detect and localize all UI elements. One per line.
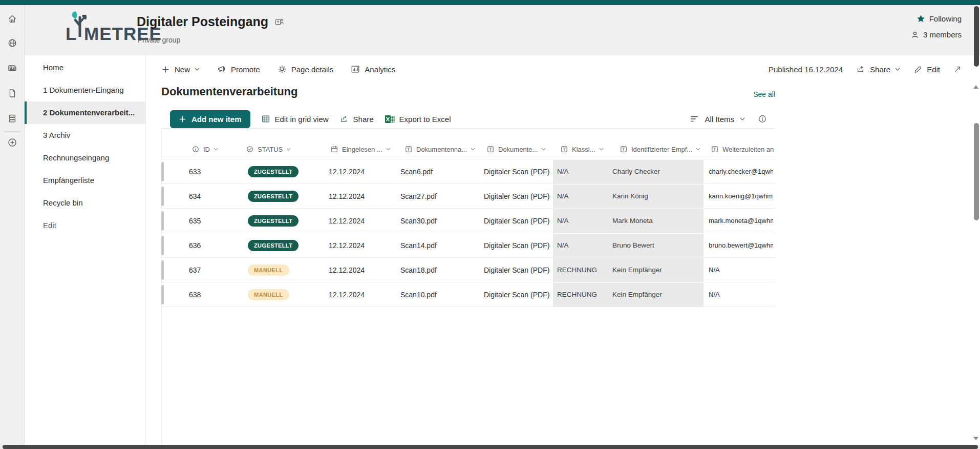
row-handle[interactable]: [161, 285, 164, 304]
cell-identifizierter-empfaenger: Kein Empfänger: [612, 283, 662, 307]
plus-icon: [179, 115, 186, 123]
table-row[interactable]: 637MANUELL12.12.2024Scan18.pdfDigitaler …: [0, 258, 980, 282]
published-status: Published 16.12.2024: [769, 65, 843, 74]
classification-block: N/ACharly Checker: [553, 160, 704, 183]
view-selector[interactable]: All Items: [690, 109, 767, 129]
new-button[interactable]: New: [161, 65, 200, 74]
column-header-id[interactable]: ID: [191, 139, 218, 159]
table-row[interactable]: 633ZUGESTELLT12.12.2024Scan6.pdfDigitale…: [0, 159, 980, 184]
list-share-label: Share: [353, 115, 374, 124]
column-label: Dokumente...: [498, 146, 538, 153]
new-label: New: [175, 65, 190, 74]
home-icon[interactable]: [7, 14, 17, 24]
cell-dokumententyp: Digitaler Scan (PDF): [484, 209, 549, 233]
cell-id: 633: [189, 159, 201, 184]
text-column-icon: [620, 145, 628, 153]
expand-icon: [953, 65, 962, 73]
row-handle[interactable]: [161, 162, 164, 181]
list-scrollbar-thumb[interactable]: [974, 123, 979, 220]
scroll-up-arrow[interactable]: [973, 85, 978, 89]
cell-identifizierter-empfaenger: Karin König: [612, 185, 648, 208]
cell-dokumentenname: Scan30.pdf: [400, 209, 437, 233]
globe-icon[interactable]: [7, 38, 17, 48]
table-row[interactable]: 634ZUGESTELLT12.12.2024Scan27.pdfDigital…: [0, 184, 980, 209]
sidebar-item-2-dokumentenverarbeit[interactable]: 2 Dokumentenverarbeit...: [25, 101, 145, 124]
status-badge: ZUGESTELLT: [248, 215, 299, 227]
chevron-down-icon: [286, 148, 291, 151]
column-header-dokumente[interactable]: Dokumente...: [486, 139, 546, 159]
column-header-status[interactable]: STATUS: [246, 139, 291, 159]
excel-icon: [385, 114, 395, 124]
lists-icon[interactable]: [7, 113, 17, 124]
status-column-icon: [246, 145, 254, 153]
cell-klassifikation: N/A: [557, 209, 569, 233]
column-label: Weiterzuleiten an: [722, 146, 774, 153]
rail-divider: [4, 131, 20, 132]
cell-id: 636: [189, 233, 201, 258]
following-button[interactable]: Following: [917, 14, 962, 23]
row-handle[interactable]: [161, 236, 164, 255]
sidebar-item-home[interactable]: Home: [25, 56, 145, 79]
cell-id: 635: [189, 209, 201, 233]
info-button[interactable]: [758, 114, 767, 124]
column-header-eingelesen[interactable]: Eingelesen ...: [330, 139, 391, 159]
cell-dokumententyp: Digitaler Scan (PDF): [484, 159, 549, 184]
horizontal-scrollbar-thumb[interactable]: [3, 445, 978, 449]
grid-icon: [261, 114, 270, 124]
column-header-dokumentenna[interactable]: Dokumentenna...: [404, 139, 475, 159]
cell-eingelesen: 12.12.2024: [329, 258, 365, 282]
star-icon: [917, 14, 925, 23]
table-row[interactable]: 638MANUELL12.12.2024Scan10.pdfDigitaler …: [0, 282, 980, 307]
row-handle[interactable]: [161, 187, 164, 206]
table-row[interactable]: 635ZUGESTELLT12.12.2024Scan30.pdfDigital…: [0, 209, 980, 233]
edit-button[interactable]: Edit: [913, 65, 940, 74]
sidebar-item-1-dokumenten-eingang[interactable]: 1 Dokumenten-Eingang: [25, 79, 145, 101]
cell-klassifikation: RECHNUNG: [557, 258, 597, 282]
cell-identifizierter-empfaenger: Bruno Bewert: [612, 234, 654, 257]
cell-klassifikation: N/A: [557, 234, 569, 257]
export-excel-button[interactable]: Export to Excel: [385, 114, 451, 124]
info-icon: [758, 114, 767, 124]
news-icon[interactable]: [7, 63, 17, 73]
cell-dokumentenname: Scan10.pdf: [400, 282, 437, 307]
horizontal-scrollbar[interactable]: [0, 445, 980, 449]
column-header-identifizierter-empf[interactable]: Identifizierter Empf...: [620, 139, 700, 159]
table-row[interactable]: 636ZUGESTELLT12.12.2024Scan14.pdfDigital…: [0, 233, 980, 258]
list-share-button[interactable]: Share: [339, 114, 374, 124]
table-body: 633ZUGESTELLT12.12.2024Scan6.pdfDigitale…: [0, 159, 980, 308]
cell-id: 634: [189, 184, 201, 209]
filter-lines-icon: [690, 115, 699, 123]
column-header-klassi[interactable]: Klassi...: [560, 139, 604, 159]
share-button[interactable]: Share: [856, 65, 900, 74]
cell-weiterzuleiten-an: karin.koenig@1qwhmy.c: [709, 184, 773, 209]
add-new-item-button[interactable]: Add new item: [170, 110, 250, 128]
expand-button[interactable]: [953, 65, 962, 73]
cell-eingelesen: 12.12.2024: [329, 209, 365, 233]
see-all-link[interactable]: See all: [753, 90, 775, 98]
cell-dokumentenname: Scan27.pdf: [400, 184, 437, 209]
text-column-icon: [486, 145, 495, 153]
following-label: Following: [929, 14, 962, 23]
scroll-down-arrow[interactable]: [973, 437, 978, 440]
column-label: Identifizierter Empf...: [631, 146, 692, 153]
cell-dokumententyp: Digitaler Scan (PDF): [484, 184, 549, 209]
promote-button[interactable]: Promote: [217, 65, 260, 74]
window-scrollbar-thumb[interactable]: [974, 6, 979, 67]
file-icon[interactable]: [7, 88, 17, 98]
classification-block: RECHNUNGKein Empfänger: [553, 283, 704, 307]
cell-eingelesen: 12.12.2024: [329, 184, 365, 209]
share-label: Share: [870, 65, 890, 74]
members-button[interactable]: 3 members: [911, 30, 962, 39]
chevron-down-icon: [471, 148, 475, 151]
row-handle[interactable]: [161, 260, 164, 280]
column-header-weiterzuleiten-an[interactable]: Weiterzuleiten an: [711, 139, 775, 159]
classification-block: N/AMark Moneta: [553, 209, 704, 233]
row-handle[interactable]: [161, 211, 164, 231]
page-details-button[interactable]: Page details: [278, 65, 334, 74]
edit-label: Edit: [927, 65, 940, 74]
edit-grid-view-button[interactable]: Edit in grid view: [261, 114, 329, 124]
teams-icon[interactable]: [274, 17, 284, 27]
bar-chart-icon: [351, 65, 360, 74]
analytics-button[interactable]: Analytics: [351, 65, 395, 74]
cell-weiterzuleiten-an: N/A: [709, 282, 773, 307]
